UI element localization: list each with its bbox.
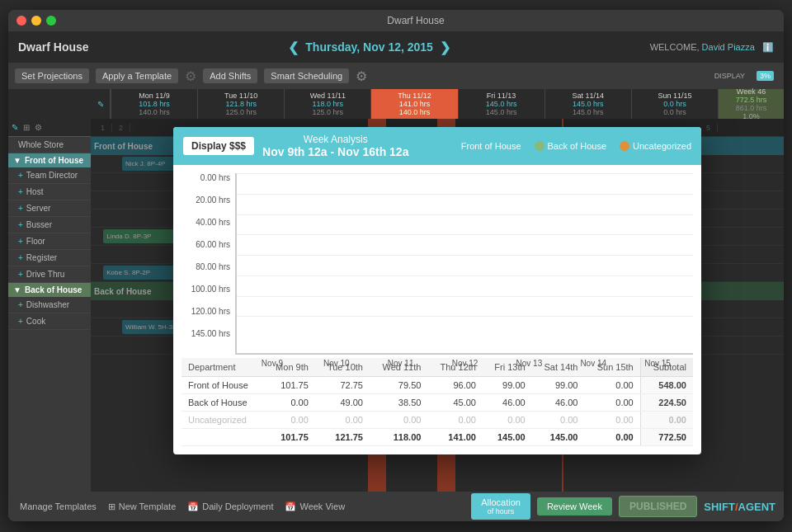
value-cell-0-2: 79.50 — [370, 377, 427, 394]
collapse-boh-icon[interactable]: ▼ — [13, 285, 21, 294]
legend-uncat-dot — [620, 141, 629, 151]
expand-dishwasher-icon[interactable]: + — [18, 300, 23, 309]
value-cell-2-2: 0.00 — [370, 412, 427, 429]
maximize-button[interactable] — [46, 16, 56, 26]
value-cell-1-6: 0.00 — [584, 394, 640, 412]
sidebar: ✎ ⊞ ⚙ Whole Store ▼ Front of House +Team… — [8, 119, 91, 492]
value-cell-2-1: 0.00 — [315, 412, 370, 429]
main-area: ✎ ⊞ ⚙ Whole Store ▼ Front of House +Team… — [8, 119, 784, 492]
settings-icon[interactable]: ⚙ — [35, 123, 42, 132]
date-headers-row: ✎ Mon 11/9 101.8 hrs 140.0 hrs Tue 11/10… — [8, 89, 784, 119]
sidebar-item-server[interactable]: +Server — [8, 200, 91, 217]
y-label-0: 0.00 hrs — [200, 173, 230, 182]
subtotal-cell-2: 0.00 — [640, 412, 693, 429]
bar-group-nov-15: Nov 15 — [630, 190, 685, 353]
date-cell-sun[interactable]: Sun 11/15 0.0 hrs 0.0 hrs — [631, 89, 718, 119]
display-btn[interactable]: Display $$$ — [183, 137, 254, 155]
sidebar-item-team-director[interactable]: +Team Director — [8, 167, 91, 184]
set-projections-button[interactable]: Set Projections — [15, 68, 89, 83]
expand-team-director-icon[interactable]: + — [18, 171, 23, 180]
foh-label: Front of House — [25, 156, 83, 165]
week-total-cell: Week 46 772.5 hrs 861.0 hrs 1.0% — [718, 89, 784, 119]
sidebar-item-host[interactable]: +Host — [8, 184, 91, 200]
table-row-1: Back of House0.0049.0038.5045.0046.0046.… — [182, 394, 693, 412]
dept-cell-2: Uncategorized — [182, 412, 263, 429]
date-cell-tue[interactable]: Tue 11/10 121.8 hrs 125.0 hrs — [197, 89, 284, 119]
y-label-100: 100.00 hrs — [191, 285, 230, 294]
week-view-button[interactable]: 📅 Week View — [281, 500, 348, 514]
value-cell-2-3: 0.00 — [427, 412, 483, 429]
expand-cook-icon[interactable]: + — [18, 317, 23, 326]
sidebar-item-cook[interactable]: +Cook — [8, 313, 91, 330]
legend-boh-label: Back of House — [548, 141, 607, 151]
modal-table-container: Department Mon 9th Tue 10th Wed 11th Thu… — [173, 358, 701, 454]
total-cell-4: 145.00 — [483, 429, 532, 446]
date-cell-wed[interactable]: Wed 11/11 118.0 hrs 125.0 hrs — [284, 89, 370, 119]
y-label-120: 120.00 hrs — [191, 307, 230, 316]
welcome-area: WELCOME, David Piazza ℹ️ — [650, 42, 774, 53]
legend-foh: Front of House — [448, 141, 521, 151]
chart-bars: Nov 9Nov 10Nov 11Nov 12Nov 13Nov 14Nov 1… — [235, 173, 693, 355]
date-cell-mon[interactable]: Mon 11/9 101.8 hrs 140.0 hrs — [111, 89, 197, 119]
value-cell-1-5: 46.00 — [532, 394, 585, 412]
manage-templates-button[interactable]: Manage Templates — [16, 500, 100, 514]
prev-week-button[interactable]: ❮ — [288, 40, 299, 55]
sidebar-section-foh: ▼ Front of House — [8, 153, 91, 167]
total-cell-6: 0.00 — [584, 429, 640, 446]
expand-register-icon[interactable]: + — [18, 253, 23, 262]
minimize-button[interactable] — [31, 16, 41, 26]
bar-group-nov-9: Nov 9 — [245, 190, 299, 353]
bar-label-4: Nov 13 — [502, 359, 556, 368]
sidebar-item-register[interactable]: +Register — [8, 250, 91, 266]
bottom-nav-group: Manage Templates ⊞ New Template 📅 Daily … — [16, 500, 348, 514]
app-title: Dwarf House — [18, 40, 89, 54]
sidebar-item-busser[interactable]: +Busser — [8, 217, 91, 233]
total-cell-0: 101.75 — [263, 429, 314, 446]
y-label-40: 40.00 hrs — [196, 218, 230, 227]
modal-title-block: Week Analysis Nov 9th 12a - Nov 16th 12a — [262, 134, 408, 158]
expand-host-icon[interactable]: + — [18, 187, 23, 196]
grand-total-cell: 772.50 — [640, 429, 693, 446]
add-shifts-button[interactable]: Add Shifts — [203, 68, 257, 83]
schedule-grid: 1 2 5 Front of House Nick J. 8P-4P — [91, 119, 784, 492]
value-cell-0-5: 99.00 — [532, 377, 585, 394]
value-cell-1-4: 46.00 — [483, 394, 532, 412]
value-cell-0-4: 99.00 — [483, 377, 532, 394]
pct-badge: 3% — [757, 71, 774, 81]
bottom-right-group: Allocation of hours Review Week PUBLISHE… — [471, 493, 776, 520]
chart-y-axis: 145.00 hrs 120.00 hrs 100.00 hrs 80.00 h… — [182, 173, 235, 355]
expand-floor-icon[interactable]: + — [18, 237, 23, 246]
sidebar-item-dishwasher[interactable]: +Dishwasher — [8, 297, 91, 313]
date-cell-sat[interactable]: Sat 11/14 145.0 hrs 145.0 hrs — [544, 89, 631, 119]
sidebar-item-drive-thru[interactable]: +Drive Thru — [8, 266, 91, 283]
apply-template-button[interactable]: Apply a Template — [96, 68, 178, 83]
date-cell-thu[interactable]: Thu 11/12 141.0 hrs 140.0 hrs — [370, 89, 457, 119]
value-cell-1-0: 0.00 — [263, 394, 314, 412]
allocation-button[interactable]: Allocation of hours — [471, 493, 530, 520]
display-label: DISPLAY — [710, 72, 750, 80]
close-button[interactable] — [16, 16, 26, 26]
sidebar-item-floor[interactable]: +Floor — [8, 233, 91, 250]
modal-title: Week Analysis — [262, 134, 408, 145]
bar-group-nov-13: Nov 13 — [502, 190, 556, 353]
new-template-button[interactable]: ⊞ New Template — [105, 500, 180, 514]
review-week-button[interactable]: Review Week — [537, 497, 612, 516]
dept-cell-0: Front of House — [182, 377, 263, 394]
date-cell-fri[interactable]: Fri 11/13 145.0 hrs 145.0 hrs — [458, 89, 544, 119]
smart-scheduling-button[interactable]: Smart Scheduling — [264, 68, 349, 83]
modal-overlay[interactable]: Display $$$ Week Analysis Nov 9th 12a - … — [91, 119, 784, 492]
bar-group-nov-14: Nov 14 — [566, 190, 620, 353]
daily-deployment-button[interactable]: 📅 Daily Deployment — [184, 500, 276, 514]
edit-icon[interactable]: ✎ — [12, 123, 18, 132]
collapse-foh-icon[interactable]: ▼ — [13, 156, 21, 165]
move-icon[interactable]: ⊞ — [23, 123, 30, 132]
next-week-button[interactable]: ❯ — [440, 40, 450, 55]
boh-label: Back of House — [25, 285, 82, 294]
sidebar-whole-store[interactable]: Whole Store — [8, 137, 91, 153]
bar-group-nov-11: Nov 11 — [374, 190, 428, 353]
y-label-145: 145.00 hrs — [191, 329, 230, 338]
expand-server-icon[interactable]: + — [18, 204, 23, 213]
value-cell-1-3: 45.00 — [427, 394, 483, 412]
expand-busser-icon[interactable]: + — [18, 220, 23, 229]
expand-drive-thru-icon[interactable]: + — [18, 270, 23, 279]
